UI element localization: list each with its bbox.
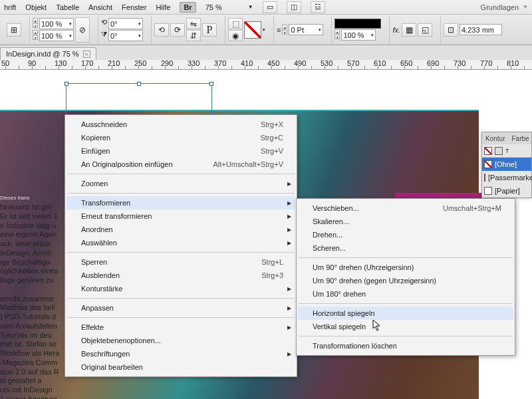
context-menu[interactable]: AusschneidenStrg+XKopierenStrg+CEinfügen… bbox=[65, 114, 297, 377]
menu-item[interactable]: Um 90° drehen (gegen Uhrzeigersinn) bbox=[298, 274, 513, 287]
corner-options-icon[interactable]: ◱ bbox=[418, 23, 432, 37]
menu-item[interactable]: AusblendenStrg+3 bbox=[66, 269, 295, 282]
menu-item[interactable]: Drehen... bbox=[298, 228, 513, 241]
menu-item[interactable]: Konturstärke▶ bbox=[66, 282, 295, 295]
resize-handle[interactable] bbox=[65, 82, 68, 86]
ref-point-icon[interactable]: ⊞ bbox=[7, 23, 21, 37]
rotate-cw-icon[interactable]: ⟳ bbox=[170, 23, 185, 37]
arrange-icon[interactable]: ◫ bbox=[287, 1, 301, 13]
cursor-pointer-icon bbox=[372, 319, 382, 331]
menu-item[interactable]: Objektebenenoptionen... bbox=[66, 334, 295, 347]
resize-handle[interactable] bbox=[209, 82, 213, 86]
menu-item[interactable]: Effekte▶ bbox=[66, 321, 295, 334]
menu-item[interactable]: Hilfe bbox=[156, 3, 170, 11]
zoom-display[interactable]: 75 % bbox=[205, 3, 239, 11]
rotate-icon: ⟲ bbox=[101, 18, 107, 29]
select-container-icon[interactable]: ⬚ bbox=[228, 18, 243, 29]
menu-item[interactable]: Anpassen▶ bbox=[66, 301, 295, 315]
fill-proxy-icon[interactable] bbox=[484, 147, 492, 155]
stroke-scale-field[interactable]: 100 %▾ bbox=[341, 29, 376, 41]
menu-item[interactable]: Um 180° drehen bbox=[298, 287, 513, 301]
flip-h-icon[interactable]: ⇋ bbox=[186, 18, 201, 29]
spinner[interactable]: ▴▾ bbox=[33, 30, 38, 40]
menu-item[interactable]: Zoomen▶ bbox=[66, 177, 295, 190]
swatch-row[interactable]: [Passermarke bbox=[482, 171, 531, 184]
text-proxy-icon[interactable] bbox=[495, 147, 503, 155]
select-content-icon[interactable]: ◉ bbox=[228, 30, 243, 41]
menu-item[interactable]: AusschneidenStrg+X bbox=[66, 118, 295, 131]
flip-v-icon[interactable]: ⇵ bbox=[186, 30, 201, 41]
workspace-switcher[interactable]: Grundlagen bbox=[481, 3, 519, 11]
menu-item[interactable]: An Originalposition einfügenAlt+Umschalt… bbox=[66, 158, 295, 171]
fill-swatch[interactable] bbox=[244, 21, 261, 39]
scale-x-field[interactable]: 100 %▾ bbox=[39, 18, 74, 29]
spinner[interactable]: ▴▾ bbox=[334, 29, 340, 39]
menu-item[interactable]: Beschriftungen▶ bbox=[66, 347, 295, 360]
bridge-button[interactable]: Br bbox=[180, 2, 196, 13]
small-caption: Dieses trans bbox=[0, 195, 29, 201]
resize-handle[interactable] bbox=[137, 82, 141, 86]
view-options-icon[interactable]: ☳ bbox=[311, 1, 325, 13]
menu-item[interactable]: EinfügenStrg+V bbox=[66, 144, 295, 158]
panel-tab-farbe[interactable]: Farbe bbox=[508, 135, 532, 142]
paragraph-icon[interactable]: P bbox=[202, 23, 217, 37]
swatches-panel[interactable]: Kontur Farbe T [Ohne][Passermarke[Papier… bbox=[481, 132, 532, 198]
menu-item[interactable]: SperrenStrg+L bbox=[66, 255, 295, 269]
mm-field[interactable]: 4,233 mm bbox=[460, 24, 502, 35]
close-icon[interactable]: × bbox=[83, 51, 90, 58]
horizontal-ruler: 5090130170210250290330370410450490530570… bbox=[0, 60, 532, 70]
scale-y-field[interactable]: 100 %▾ bbox=[39, 30, 74, 41]
menu-item[interactable]: Objekt bbox=[25, 3, 47, 11]
menu-item[interactable]: Fenster bbox=[122, 3, 146, 11]
rotate-ccw-icon[interactable]: ⟲ bbox=[154, 23, 169, 37]
menu-item[interactable]: Ansicht bbox=[88, 3, 112, 11]
type-proxy-icon[interactable]: T bbox=[505, 148, 509, 154]
spinner[interactable]: ▴▾ bbox=[33, 18, 38, 28]
spinner[interactable]: ▴▾ bbox=[282, 25, 287, 35]
stroke-style-picker[interactable] bbox=[334, 19, 381, 29]
rotation-field[interactable]: 0°▾ bbox=[108, 18, 143, 29]
document-tab-bar: InDesign.indd @ 75 % × bbox=[0, 45, 532, 60]
link-scale-icon[interactable]: ⊘ bbox=[75, 17, 90, 43]
menu-item[interactable]: KopierenStrg+C bbox=[66, 131, 295, 144]
stroke-weight-icon: ≡ bbox=[277, 26, 281, 34]
frame-fit-icon[interactable]: ⊡ bbox=[444, 23, 458, 37]
body-text-column: hinkowitz ist gelEr ist seit vielen Jn I… bbox=[0, 203, 60, 399]
menu-item[interactable]: Transformieren▶ bbox=[66, 196, 295, 209]
panel-tab-kontur[interactable]: Kontur bbox=[482, 135, 508, 142]
screen-mode-icon[interactable]: ▭ bbox=[263, 1, 277, 13]
effects-button[interactable]: fx. bbox=[392, 26, 400, 34]
stroke-weight-field[interactable]: 0 Pt▾ bbox=[289, 24, 323, 35]
menu-item[interactable]: Erneut transformieren▶ bbox=[66, 209, 295, 223]
transform-submenu[interactable]: Verschieben...Umschalt+Strg+MSkalieren..… bbox=[296, 198, 515, 356]
menu-item[interactable]: Horizontal spiegeln bbox=[298, 307, 513, 320]
menu-item[interactable]: Scheren... bbox=[298, 241, 513, 255]
menu-item[interactable]: Vertikal spiegeln bbox=[298, 320, 513, 333]
menu-item[interactable]: Um 90° drehen (Uhrzeigersinn) bbox=[298, 261, 513, 274]
document-tab[interactable]: InDesign.indd @ 75 % × bbox=[0, 47, 96, 60]
menu-item[interactable]: Tabelle bbox=[56, 3, 79, 11]
menu-item[interactable]: hrift bbox=[4, 3, 16, 11]
shear-field[interactable]: 0°▾ bbox=[108, 30, 143, 41]
menu-item[interactable]: Anordnen▶ bbox=[66, 223, 295, 236]
shear-icon: ⧩ bbox=[101, 30, 107, 41]
menu-item[interactable]: Verschieben...Umschalt+Strg+M bbox=[298, 201, 513, 215]
menu-item[interactable]: Transformationen löschen bbox=[298, 339, 513, 352]
swatch-row[interactable]: [Papier] bbox=[482, 184, 531, 198]
menu-item[interactable]: Skalieren... bbox=[298, 215, 513, 228]
control-panel: ⊞ ▴▾100 %▾ ▴▾100 %▾ ⊘ ⟲0°▾ ⧩0°▾ ⟲ ⟳ ⇋ ⇵ … bbox=[0, 15, 532, 45]
menu-item[interactable]: Auswählen▶ bbox=[66, 236, 295, 249]
swatch-row[interactable]: [Ohne] bbox=[482, 158, 531, 171]
menu-item[interactable]: Original bearbeiten bbox=[66, 360, 295, 374]
wrap-icon[interactable]: ▦ bbox=[402, 23, 416, 37]
menu-bar: hrift Objekt Tabelle Ansicht Fenster Hil… bbox=[0, 0, 532, 15]
